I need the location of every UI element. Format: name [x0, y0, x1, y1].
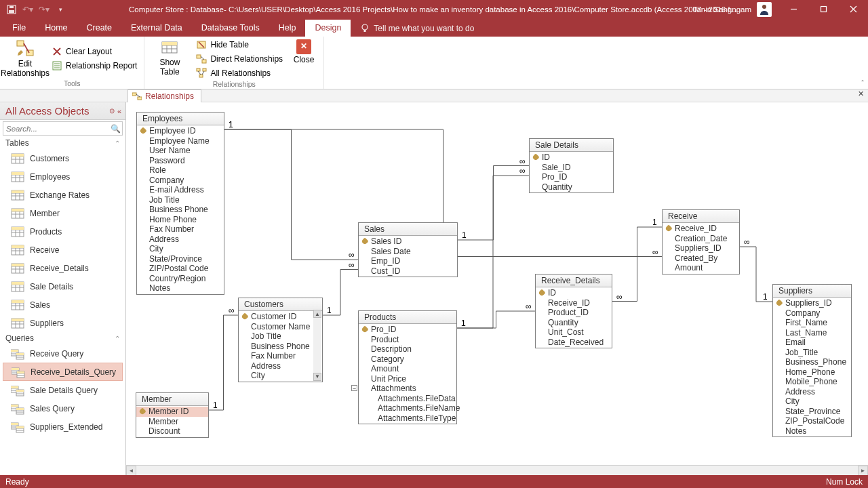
- user-avatar-icon[interactable]: [757, 2, 772, 17]
- field-created_by[interactable]: Created_By: [663, 253, 739, 264]
- entity-title[interactable]: Employees: [137, 113, 224, 125]
- tab-design[interactable]: Design: [305, 20, 351, 37]
- field-employee-id[interactable]: Employee ID: [137, 126, 224, 136]
- field-suppliers_id[interactable]: Suppliers_ID: [663, 243, 739, 253]
- field-member-id[interactable]: Member ID: [136, 407, 208, 417]
- qat-customize-icon[interactable]: ▾: [53, 2, 68, 17]
- direct-relationships-button[interactable]: Direct Relationships: [195, 52, 284, 66]
- nav-item-suppliers[interactable]: Suppliers: [3, 314, 123, 332]
- entity-title[interactable]: Sale Details: [530, 139, 613, 152]
- field-attachments-filedata[interactable]: Attachments.FileData: [359, 394, 456, 404]
- entity-title[interactable]: Member: [136, 393, 208, 406]
- nav-item-products[interactable]: Products: [3, 222, 123, 241]
- nav-group-queries[interactable]: Queries⌃: [0, 332, 125, 344]
- close-tab-icon[interactable]: ✕: [858, 89, 864, 98]
- nav-item-receive-query[interactable]: Receive Query: [3, 344, 123, 363]
- field-state_province[interactable]: State_Province: [773, 407, 851, 417]
- field-city[interactable]: City: [137, 244, 224, 254]
- field-member[interactable]: Member: [136, 417, 208, 427]
- field-sales-id[interactable]: Sales ID: [359, 237, 457, 247]
- field-product_id[interactable]: Product_ID: [536, 308, 612, 318]
- nav-item-sales-query[interactable]: Sales Query: [3, 399, 123, 418]
- nav-item-employees[interactable]: Employees: [3, 167, 123, 186]
- nav-item-receive[interactable]: Receive: [3, 241, 123, 259]
- tab-external-data[interactable]: External Data: [121, 20, 192, 37]
- nav-collapse-icon[interactable]: «: [117, 107, 121, 115]
- user-name[interactable]: Tanin Sangngam: [693, 5, 751, 14]
- nav-dropdown-icon[interactable]: ⊙: [109, 107, 115, 115]
- minimize-button[interactable]: [778, 0, 808, 18]
- entity-receive[interactable]: ReceiveReceive_IDCreation_DateSuppliers_…: [662, 209, 740, 274]
- collapse-ribbon-icon[interactable]: ˆ: [861, 79, 864, 87]
- field-address[interactable]: Address: [137, 235, 224, 245]
- field-suppliers_id[interactable]: Suppliers_ID: [773, 298, 851, 308]
- field-pro_id[interactable]: Pro_ID: [530, 172, 613, 182]
- save-icon[interactable]: [4, 2, 19, 17]
- field-pro_id[interactable]: Pro_ID: [359, 325, 456, 335]
- field-attachments-filetype[interactable]: Attachments.FileType: [359, 413, 456, 424]
- nav-item-receive-details[interactable]: Receive_Details: [3, 259, 123, 277]
- entity-title[interactable]: Receive: [663, 210, 739, 223]
- field-amount[interactable]: Amount: [359, 364, 456, 374]
- field-date_received[interactable]: Date_Received: [536, 338, 612, 348]
- redo-icon[interactable]: ↷▾: [37, 2, 52, 17]
- field-home_phone[interactable]: Home_Phone: [773, 367, 851, 378]
- hide-table-button[interactable]: Hide Table: [195, 38, 284, 52]
- field-product[interactable]: Product: [359, 335, 456, 345]
- tab-file[interactable]: File: [3, 20, 35, 37]
- expander-icon[interactable]: –: [351, 385, 357, 391]
- field-attachments-filename[interactable]: Attachments.FileName: [359, 403, 456, 413]
- nav-item-receive-details-query[interactable]: Receive_Details_Query: [3, 363, 123, 381]
- entity-suppliers[interactable]: SuppliersSuppliers_IDCompanyFirst_NameLa…: [772, 284, 852, 437]
- entity-title[interactable]: Products: [359, 311, 456, 324]
- tab-home[interactable]: Home: [35, 20, 77, 37]
- field-business-phone[interactable]: Business Phone: [239, 342, 322, 352]
- nav-item-suppliers-extended[interactable]: Suppliers_Extended: [3, 418, 123, 436]
- field-receive_id[interactable]: Receive_ID: [663, 224, 739, 234]
- clear-layout-button[interactable]: Clear Layout: [50, 45, 138, 58]
- field-fax-number[interactable]: Fax Number: [137, 224, 224, 235]
- entity-title[interactable]: Suppliers: [773, 285, 851, 298]
- nav-item-sales[interactable]: Sales: [3, 296, 123, 314]
- entity-products[interactable]: ProductsPro_IDProductDescriptionCategory…: [358, 310, 457, 424]
- entity-title[interactable]: Sales: [359, 223, 457, 236]
- close-button[interactable]: [838, 0, 868, 18]
- field-quantity[interactable]: Quantity: [530, 182, 613, 192]
- nav-group-tables[interactable]: Tables⌃: [0, 137, 125, 149]
- field-last_name[interactable]: Last_Name: [773, 328, 851, 338]
- field-cust_id[interactable]: Cust_ID: [359, 266, 457, 277]
- field-customer-name[interactable]: Customer Name: [239, 322, 322, 332]
- all-relationships-button[interactable]: All Relationships: [195, 66, 284, 80]
- field-address[interactable]: Address: [773, 387, 851, 397]
- tab-help[interactable]: Help: [269, 20, 306, 37]
- relationships-canvas[interactable]: 1∞1∞1∞1∞1∞1∞∞11∞∞1 ◄ ► EmployeesEmployee…: [126, 102, 868, 475]
- field-description[interactable]: Description: [359, 344, 456, 354]
- field-country-region[interactable]: Country/Region: [137, 274, 224, 284]
- field-notes[interactable]: Notes: [773, 426, 851, 436]
- field-job_title[interactable]: Job_Title: [773, 348, 851, 358]
- nav-title[interactable]: All Access Objects: [5, 105, 89, 117]
- field-zip_postalcode[interactable]: ZIP_PostalCode: [773, 416, 851, 426]
- field-email[interactable]: Email: [773, 338, 851, 348]
- field-fax-number[interactable]: Fax Number: [239, 351, 322, 361]
- tab-database-tools[interactable]: Database Tools: [192, 20, 269, 37]
- nav-search[interactable]: 🔍: [3, 121, 123, 136]
- field-quantity[interactable]: Quantity: [536, 318, 612, 328]
- tab-relationships[interactable]: Relationships: [127, 89, 201, 102]
- nav-item-sale-details-query[interactable]: Sale Details Query: [3, 381, 123, 399]
- edit-relationships-button[interactable]: Edit Relationships: [5, 38, 45, 79]
- entity-employees[interactable]: EmployeesEmployee IDEmployee NameUser Na…: [136, 112, 224, 295]
- field-zip-postal-code[interactable]: ZIP/Postal Code: [137, 264, 224, 274]
- scroll-left-icon[interactable]: ◄: [126, 466, 136, 475]
- field-category[interactable]: Category: [359, 354, 456, 365]
- field-state-province[interactable]: State/Province: [137, 254, 224, 264]
- entity-receive-details[interactable]: Receive_DetailsIDReceive_IDProduct_IDQua…: [535, 274, 612, 348]
- nav-item-customers[interactable]: Customers: [3, 149, 123, 167]
- field-employee-name[interactable]: Employee Name: [137, 136, 224, 146]
- field-company[interactable]: Company: [137, 176, 224, 186]
- nav-item-member[interactable]: Member: [3, 204, 123, 222]
- field-sale_id[interactable]: Sale_ID: [530, 163, 613, 173]
- field-job-title[interactable]: Job Title: [137, 195, 224, 205]
- field-user-name[interactable]: User Name: [137, 146, 224, 156]
- field-attachments[interactable]: Attachments: [359, 384, 456, 394]
